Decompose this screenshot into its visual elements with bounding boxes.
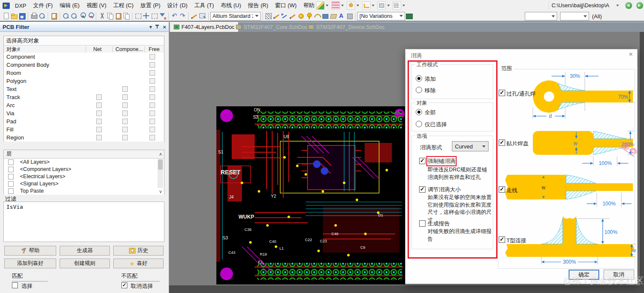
layer-checkbox[interactable] [8, 167, 14, 172]
scope-via-checkbox[interactable] [499, 90, 505, 96]
mode-remove-radio[interactable] [416, 87, 422, 93]
create-rule-button[interactable]: 创建规则 [60, 259, 110, 268]
differential-route-icon[interactable] [289, 12, 297, 20]
deselect-icon[interactable] [150, 12, 158, 20]
filter-combo-2[interactable] [560, 12, 589, 20]
zoom-window-icon[interactable] [62, 12, 70, 20]
place-polygon-icon[interactable] [329, 12, 337, 20]
layer-item[interactable]: <All Layers> [4, 159, 164, 166]
menu-edit[interactable]: 编辑 (E) [56, 0, 83, 11]
menu-reports[interactable]: 报告 (R) [244, 0, 272, 11]
table-row[interactable]: Polygon [4, 77, 164, 85]
free-checkbox[interactable] [150, 62, 155, 68]
dimension-icon[interactable] [362, 1, 371, 10]
component-checkbox[interactable] [122, 127, 128, 132]
add-favorite-button[interactable]: 添加到喜好 [4, 259, 56, 268]
open-document-icon[interactable] [10, 12, 18, 20]
net-checkbox[interactable] [96, 94, 102, 100]
menu-window[interactable]: 窗口 (W) [272, 0, 300, 11]
panel-pin-icon[interactable] [155, 25, 159, 29]
room-icon[interactable] [377, 1, 386, 10]
menu-file[interactable]: 文件 (F) [30, 0, 56, 11]
print-icon[interactable] [30, 12, 38, 20]
generate-report-checkbox[interactable] [419, 220, 426, 227]
free-checkbox[interactable] [150, 135, 155, 140]
free-checkbox[interactable] [150, 119, 155, 124]
table-row[interactable]: Text [4, 85, 164, 94]
panel-close-icon[interactable]: × [163, 24, 166, 30]
scope-tee-label[interactable]: T型连接 [506, 237, 526, 245]
net-checkbox[interactable] [96, 111, 102, 116]
layout-style-combo[interactable]: Altium Standard 2 [210, 12, 261, 20]
mode-add-radio[interactable] [416, 75, 422, 82]
teardrop-style-dropdown[interactable]: Curved [452, 141, 489, 151]
layer-item[interactable]: <Electrical Layers> [4, 173, 164, 180]
footprint-icon[interactable] [347, 1, 355, 10]
dropdown-caret-icon[interactable] [387, 5, 390, 6]
undo-icon[interactable]: ↶ [170, 12, 178, 20]
dropdown-caret-icon[interactable] [341, 5, 344, 6]
place-pad-icon[interactable] [297, 12, 305, 20]
net-checkbox[interactable] [96, 119, 102, 124]
help-button[interactable]: 帮助 [4, 246, 56, 256]
panels-icon[interactable] [50, 12, 58, 20]
net-checkbox[interactable] [96, 135, 102, 140]
favorites-button[interactable]: ★喜好 [113, 259, 164, 268]
variations-combo[interactable]: [No Variations [357, 12, 405, 20]
table-row[interactable]: Component [4, 53, 164, 61]
component-checkbox[interactable] [122, 102, 128, 108]
project-path-combo[interactable]: C:\Users\baijj\Desktop\A [549, 1, 624, 10]
new-document-icon[interactable] [2, 12, 10, 20]
nav-forward-icon[interactable] [636, 2, 643, 9]
menu-project[interactable]: 工程 (C) [110, 0, 137, 11]
layer-item[interactable]: Top Paste [4, 188, 164, 195]
table-row[interactable]: Region [4, 134, 164, 142]
scope-combo[interactable]: (All) [592, 13, 602, 20]
generate-report-label[interactable]: 生成报告 [428, 220, 450, 228]
table-row[interactable]: Component Body [4, 61, 164, 69]
free-checkbox[interactable] [150, 78, 155, 84]
table-row[interactable]: Arc [4, 101, 164, 110]
redo-icon[interactable]: ↷ [178, 12, 187, 20]
table-row[interactable]: Pad [4, 117, 164, 126]
filter-combo-1[interactable] [525, 12, 557, 20]
slice-track-icon[interactable] [273, 12, 281, 20]
component-checkbox[interactable] [122, 135, 128, 140]
component-checkbox[interactable] [122, 94, 128, 100]
place-arc-icon[interactable] [313, 12, 321, 20]
menu-view[interactable]: 视图 (V) [83, 0, 110, 11]
cross-probe-icon[interactable] [198, 12, 207, 20]
zoom-in-icon[interactable] [78, 12, 86, 20]
match-select-checkbox[interactable] [12, 282, 18, 288]
component-checkbox[interactable] [122, 111, 128, 116]
layer-checkbox[interactable] [8, 181, 14, 187]
dialog-close-icon[interactable]: × [629, 51, 633, 58]
layer-stack-icon[interactable] [331, 1, 340, 10]
layer-item[interactable]: <Component Layers> [4, 166, 164, 173]
scope-smd-label[interactable]: 贴片焊盘 [506, 140, 529, 148]
dropdown-caret-icon[interactable] [326, 5, 328, 6]
interactive-route-icon[interactable] [281, 12, 289, 20]
objects-all-label[interactable]: 全部 [425, 109, 436, 117]
place-string-icon[interactable] [337, 12, 345, 20]
paste-array-icon[interactable] [122, 12, 130, 20]
net-checkbox[interactable] [96, 102, 102, 108]
adjust-size-label[interactable]: 调节泪滴大小 [428, 186, 461, 193]
interactive-routing-icon[interactable] [316, 1, 325, 10]
variant-board-icon[interactable] [405, 12, 413, 20]
component-checkbox[interactable] [122, 86, 128, 92]
free-checkbox[interactable] [150, 70, 155, 76]
layer-checkbox[interactable] [8, 188, 14, 194]
history-button[interactable]: 历史 [113, 246, 164, 256]
free-checkbox[interactable] [150, 127, 155, 132]
force-teardrop-checkbox[interactable] [419, 158, 426, 164]
menu-place[interactable]: 放置 (P) [137, 0, 164, 11]
print-preview-icon[interactable] [38, 12, 46, 20]
zoom-out-icon[interactable] [86, 12, 94, 20]
scope-track-label[interactable]: 走线 [506, 187, 518, 194]
tab-schdoc-device[interactable]: STM32F407_Device.SchDoc [305, 22, 388, 32]
component-checkbox[interactable] [122, 119, 128, 124]
filter-expression-input[interactable]: IsVia [3, 202, 164, 242]
scope-track-checkbox[interactable] [499, 186, 505, 193]
nav-back-icon[interactable] [625, 2, 632, 9]
